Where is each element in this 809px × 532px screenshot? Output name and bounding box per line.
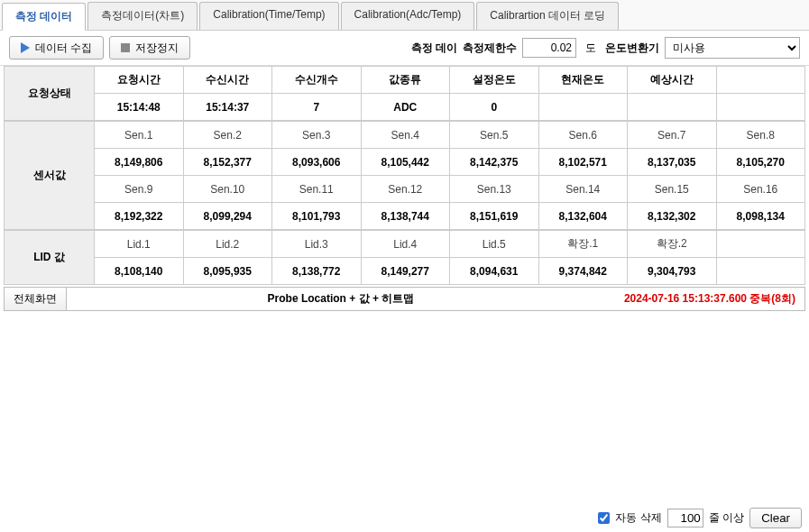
sensor-value: 8,102,571 [538,149,628,176]
collect-button[interactable]: 데이터 수집 [9,36,104,60]
temp-converter-select[interactable]: 미사용 [665,37,800,59]
lid-header-empty [716,231,805,258]
sensor-value: 8,152,377 [183,149,272,176]
lid-header: Lid.2 [183,231,272,258]
status-value: ADC [361,94,450,121]
status-value [538,94,628,121]
status-value: 15:14:48 [95,94,184,121]
lid-table: LID 값 Lid.1 Lid.2 Lid.3 Lid.4 Lid.5 확장.1… [4,230,805,285]
collect-label: 데이터 수집 [35,41,92,56]
stop-icon [121,43,130,52]
sensor-value: 8,132,302 [628,203,717,230]
col-header: 값종류 [361,67,450,94]
sensor-row-label: 센서값 [5,122,95,230]
auto-delete-label: 자동 삭제 [615,510,661,526]
sensor-header: Sen.6 [538,122,628,149]
play-icon [21,42,30,53]
lid-header: Lid.1 [95,231,184,258]
sensor-header: Sen.9 [95,176,184,203]
limit-unit: 도 [585,41,596,56]
status-table: 요청상태 요청시간 수신시간 수신개수 값종류 설정온도 현재온도 예상시간 1… [4,66,805,121]
sensor-header: Sen.2 [183,122,272,149]
status-row-label: 요청상태 [5,67,95,121]
sensor-value: 8,138,744 [361,203,450,230]
sensor-value: 8,105,270 [716,149,805,176]
lid-value: 8,095,935 [183,258,272,285]
sensor-header: Sen.15 [628,176,717,203]
sensor-header: Sen.3 [272,122,362,149]
col-header: 현재온도 [538,67,628,94]
sensor-value: 8,151,619 [450,203,539,230]
sensor-value: 8,099,294 [183,203,272,230]
sensor-header: Sen.14 [538,176,628,203]
tab-measure-data[interactable]: 측정 데이터 [2,3,86,31]
lid-header: 확장.1 [538,231,628,258]
sensor-header: Sen.7 [628,122,717,149]
sensor-value: 8,192,322 [95,203,184,230]
lid-value-empty [716,258,805,285]
col-header: 수신개수 [272,67,362,94]
lid-value: 8,108,140 [95,258,184,285]
footer-title: Probe Location + 값 + 히트맵 [67,288,615,310]
bottom-controls: 자동 삭제 줄 이상 Clear [598,508,802,528]
sensor-value: 8,105,442 [361,149,450,176]
sensor-header: Sen.4 [361,122,450,149]
lid-value: 9,374,842 [538,258,628,285]
lid-row-label: LID 값 [5,231,95,285]
tab-bar: 측정 데이터 측정데이터(차트) Calibration(Time/Temp) … [0,0,809,31]
fullscreen-button[interactable]: 전체화면 [5,288,67,310]
sensor-value: 8,137,035 [628,149,717,176]
lid-value: 8,094,631 [450,258,539,285]
log-area [0,311,809,482]
lid-value: 8,149,277 [361,258,450,285]
lines-unit: 줄 이상 [709,510,744,526]
clear-button[interactable]: Clear [749,508,802,528]
status-value: 0 [450,94,539,121]
tab-calib-time[interactable]: Calibration(Time/Temp) [199,2,338,30]
lid-header: Lid.4 [361,231,450,258]
col-header: 예상시간 [628,67,717,94]
limit-input[interactable] [522,38,576,58]
sensor-value: 8,101,793 [272,203,362,230]
tab-calib-adc[interactable]: Calibration(Adc/Temp) [341,2,475,30]
sensor-header: Sen.1 [95,122,184,149]
data-area: 요청상태 요청시간 수신시간 수신개수 값종류 설정온도 현재온도 예상시간 1… [0,66,809,285]
auto-delete-checkbox[interactable] [598,512,610,524]
sensor-table: 센서값 Sen.1 Sen.2 Sen.3 Sen.4 Sen.5 Sen.6 … [4,121,805,230]
lines-input[interactable] [667,509,703,527]
sensor-value: 8,142,375 [450,149,539,176]
measure-label: 측정 데이 [411,41,457,56]
sensor-header: Sen.5 [450,122,539,149]
stop-label: 저장정지 [135,41,179,56]
col-header-empty [716,67,805,94]
status-value: 7 [272,94,362,121]
toolbar: 데이터 수집 저장정지 측정 데이 측정제한수 도 온도변환기 미사용 [0,31,809,66]
tab-calib-load[interactable]: Calibrartion 데이터 로딩 [476,2,619,30]
sensor-value: 8,098,134 [716,203,805,230]
lid-header: 확장.2 [628,231,717,258]
sensor-header: Sen.10 [183,176,272,203]
status-value: 15:14:37 [183,94,272,121]
col-header: 설정온도 [450,67,539,94]
lid-header: Lid.3 [272,231,362,258]
sensor-header: Sen.8 [716,122,805,149]
lid-value: 8,138,772 [272,258,362,285]
footer-status: 2024-07-16 15:13:37.600 중복(8회) [615,288,804,310]
sensor-header: Sen.11 [272,176,362,203]
lid-value: 9,304,793 [628,258,717,285]
sensor-header: Sen.13 [450,176,539,203]
limit-label: 측정제한수 [463,41,517,56]
lid-header: Lid.5 [450,231,539,258]
sensor-value: 8,093,606 [272,149,362,176]
col-header: 요청시간 [95,67,184,94]
status-value [628,94,717,121]
sensor-header: Sen.12 [361,176,450,203]
sensor-header: Sen.16 [716,176,805,203]
tab-measure-chart[interactable]: 측정데이터(차트) [87,2,198,30]
sensor-value: 8,132,604 [538,203,628,230]
temp-converter-label: 온도변환기 [605,41,659,56]
status-value-empty [716,94,805,121]
footer-bar: 전체화면 Probe Location + 값 + 히트맵 2024-07-16… [4,287,805,311]
stop-button[interactable]: 저장정지 [109,36,190,60]
sensor-value: 8,149,806 [95,149,184,176]
